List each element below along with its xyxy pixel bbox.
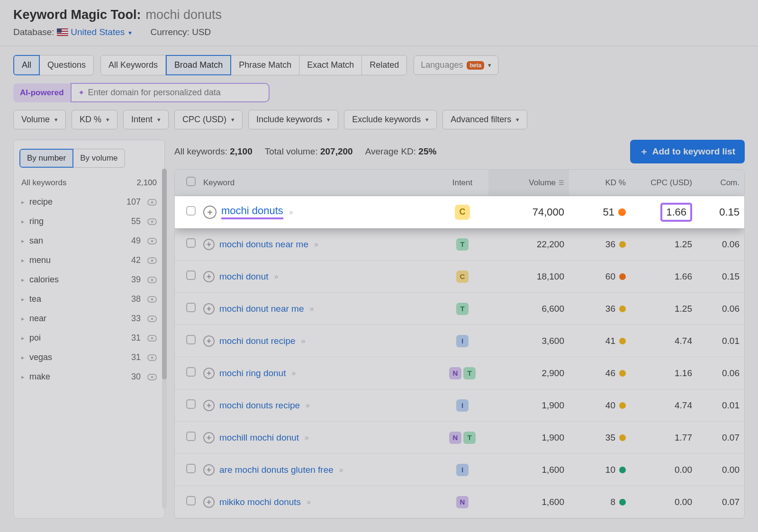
row-checkbox[interactable] xyxy=(186,303,196,312)
add-keyword-icon[interactable]: + xyxy=(203,303,215,315)
add-keyword-icon[interactable]: + xyxy=(203,496,215,508)
sidebar-item-recipe[interactable]: ▸recipe107 xyxy=(14,192,164,212)
col-kd[interactable]: KD % xyxy=(569,178,631,188)
cell-kd: 60 xyxy=(574,271,626,282)
sidebar-item-vegas[interactable]: ▸vegas31 xyxy=(14,348,164,367)
sidebar-item-tea[interactable]: ▸tea38 xyxy=(14,289,164,309)
eye-icon[interactable] xyxy=(147,238,157,244)
col-cpc[interactable]: CPC (USD) xyxy=(631,178,697,188)
row-checkbox[interactable] xyxy=(186,496,196,505)
keyword-link[interactable]: mochi donuts recipe xyxy=(219,400,300,411)
row-checkbox[interactable] xyxy=(186,238,196,248)
row-checkbox[interactable] xyxy=(186,206,196,216)
tab-all[interactable]: All xyxy=(13,55,40,75)
languages-dropdown[interactable]: Languages beta ▾ xyxy=(414,55,498,75)
eye-icon[interactable] xyxy=(147,354,157,361)
cell-volume: 1,600 xyxy=(488,497,569,507)
chevron-double-right-icon: » xyxy=(289,208,293,216)
keyword-link[interactable]: mochi donut recipe xyxy=(219,336,296,346)
keyword-link[interactable]: mochi donut xyxy=(219,271,269,282)
intent-badge-t: T xyxy=(463,432,476,444)
ai-domain-input[interactable] xyxy=(88,88,262,98)
sparkle-icon: ✦ xyxy=(78,88,84,97)
add-keyword-icon[interactable]: + xyxy=(203,432,215,443)
filter-exclude-keywords[interactable]: Exclude keywords▾ xyxy=(344,110,437,129)
col-volume[interactable]: Volume☰ xyxy=(488,170,569,196)
tab-exact-match[interactable]: Exact Match xyxy=(299,55,362,75)
add-to-keyword-list-button[interactable]: ＋ Add to keyword list xyxy=(630,140,745,163)
table-header: Keyword Intent Volume☰ KD % CPC (USD) Co… xyxy=(175,170,744,196)
chevron-down-icon: ▾ xyxy=(231,116,235,123)
eye-icon[interactable] xyxy=(147,199,157,206)
kd-dot-icon xyxy=(619,370,626,377)
row-checkbox[interactable] xyxy=(186,367,196,377)
intent-badge-t: T xyxy=(463,367,476,379)
add-keyword-icon[interactable]: + xyxy=(203,335,215,347)
sidebar-item-menu[interactable]: ▸menu42 xyxy=(14,251,164,270)
filter-intent[interactable]: Intent▾ xyxy=(123,110,169,129)
sort-by-number[interactable]: By number xyxy=(19,149,73,168)
cell-volume: 18,100 xyxy=(488,271,569,282)
flag-us-icon xyxy=(57,28,68,36)
filter-kd-[interactable]: KD %▾ xyxy=(72,110,117,129)
chevron-right-icon: ▸ xyxy=(21,354,25,361)
sidebar-item-calories[interactable]: ▸calories39 xyxy=(14,270,164,289)
keyword-link[interactable]: mochi ring donut xyxy=(219,368,286,379)
keyword-link[interactable]: mochill mochi donut xyxy=(219,433,299,443)
add-keyword-icon[interactable]: + xyxy=(203,400,215,411)
eye-icon[interactable] xyxy=(147,335,157,342)
sidebar-item-make[interactable]: ▸make30 xyxy=(14,367,164,387)
add-keyword-icon[interactable]: + xyxy=(203,206,217,219)
filter-include-keywords[interactable]: Include keywords▾ xyxy=(248,110,338,129)
tab-broad-match[interactable]: Broad Match xyxy=(166,55,231,75)
sidebar-item-san[interactable]: ▸san49 xyxy=(14,231,164,251)
sort-by-volume[interactable]: By volume xyxy=(73,149,125,168)
sidebar-scrollbar[interactable] xyxy=(162,169,167,509)
chevron-right-icon: ▸ xyxy=(21,373,25,380)
col-com[interactable]: Com. xyxy=(697,178,744,188)
cell-volume: 22,200 xyxy=(488,239,569,250)
eye-icon[interactable] xyxy=(147,316,157,322)
eye-icon[interactable] xyxy=(147,257,157,264)
table-row: +mochill mochi donut»NT1,900351.770.07 xyxy=(175,422,744,454)
col-intent[interactable]: Intent xyxy=(436,178,488,188)
row-checkbox[interactable] xyxy=(186,432,196,441)
eye-icon[interactable] xyxy=(147,296,157,303)
cell-volume: 74,000 xyxy=(488,206,569,218)
filter-advanced-filters[interactable]: Advanced filters▾ xyxy=(442,110,527,129)
sidebar-sort-segment: By numberBy volume xyxy=(19,149,159,168)
keyword-link[interactable]: mochi donut near me xyxy=(219,304,304,314)
row-checkbox[interactable] xyxy=(186,335,196,344)
row-checkbox[interactable] xyxy=(186,399,196,409)
add-keyword-icon[interactable]: + xyxy=(203,368,215,379)
filter-cpc-usd-[interactable]: CPC (USD)▾ xyxy=(174,110,243,129)
add-keyword-icon[interactable]: + xyxy=(203,271,215,282)
kd-dot-icon xyxy=(619,434,626,441)
row-checkbox[interactable] xyxy=(186,464,196,473)
sidebar-item-near[interactable]: ▸near33 xyxy=(14,309,164,328)
row-checkbox[interactable] xyxy=(186,271,196,280)
cell-kd: 51 xyxy=(574,206,626,218)
filter-volume[interactable]: Volume▾ xyxy=(13,110,66,129)
intent-badge-i: I xyxy=(456,335,469,347)
select-all-checkbox[interactable] xyxy=(186,177,196,186)
add-keyword-icon[interactable]: + xyxy=(203,464,215,476)
add-keyword-icon[interactable]: + xyxy=(203,239,215,250)
eye-icon[interactable] xyxy=(147,277,157,283)
sidebar-item-ring[interactable]: ▸ring55 xyxy=(14,212,164,231)
eye-icon[interactable] xyxy=(147,374,157,380)
tab-related[interactable]: Related xyxy=(362,55,407,75)
keyword-link[interactable]: are mochi donuts gluten free xyxy=(219,465,334,475)
eye-icon[interactable] xyxy=(147,218,157,225)
keyword-link[interactable]: mikiko mochi donuts xyxy=(219,497,301,507)
tab-all-keywords[interactable]: All Keywords xyxy=(100,55,166,75)
col-keyword[interactable]: Keyword xyxy=(199,178,436,188)
tab-questions[interactable]: Questions xyxy=(40,55,94,75)
stats-summary: All keywords: 2,100 Total volume: 207,20… xyxy=(174,146,436,157)
chevron-double-right-icon: » xyxy=(339,466,343,474)
tab-phrase-match[interactable]: Phrase Match xyxy=(231,55,299,75)
keyword-link[interactable]: mochi donuts xyxy=(221,205,283,219)
sidebar-item-poi[interactable]: ▸poi31 xyxy=(14,328,164,348)
keyword-link[interactable]: mochi donuts near me xyxy=(219,239,308,250)
database-selector[interactable]: Database: United States ▾ xyxy=(13,27,132,37)
